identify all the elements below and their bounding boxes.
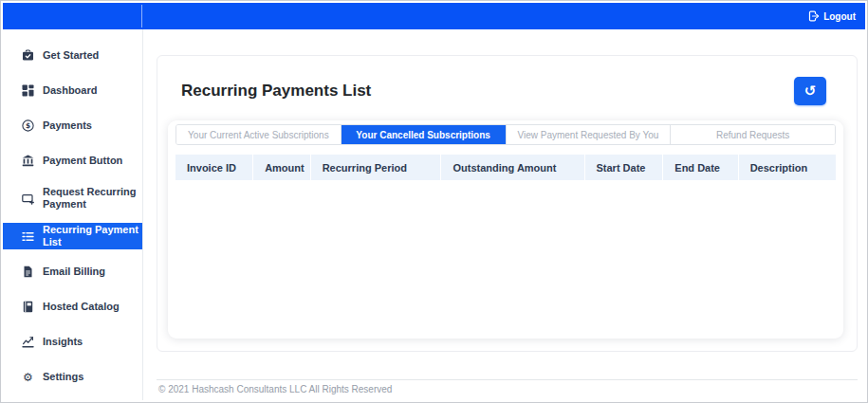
sidebar-item-label: Dashboard xyxy=(43,84,97,97)
column-header-outstanding-amount: Outstanding Amount xyxy=(441,155,584,180)
column-header-invoice-id: Invoice ID xyxy=(175,155,253,180)
column-header-end-date: End Date xyxy=(663,155,738,180)
briefcase-check-icon xyxy=(22,49,34,62)
sidebar: Get Started Dashboard xyxy=(3,29,143,400)
recurring-payments-panel: Recurring Payments List ↺ Your Current A… xyxy=(157,55,858,352)
chart-icon xyxy=(22,336,34,348)
sidebar-item-payments[interactable]: $ Payments xyxy=(3,108,142,143)
sidebar-item-label: Insights xyxy=(43,336,83,348)
tab-current-active-subscriptions[interactable]: Your Current Active Subscriptions xyxy=(176,125,342,144)
topbar: Logout xyxy=(3,3,865,29)
sidebar-item-hosted-catalog[interactable]: Hosted Catalog xyxy=(3,289,142,324)
sidebar-item-settings[interactable]: ⚙ Settings xyxy=(3,359,142,394)
app-window: Logout Get Started xyxy=(0,0,868,403)
sidebar-item-label: Payment Button xyxy=(43,155,122,167)
topbar-divider xyxy=(141,5,142,27)
recurring-payments-table: Invoice ID Amount Recurring Period Outst… xyxy=(175,155,836,339)
subscriptions-card: Your Current Active Subscriptions Your C… xyxy=(168,120,843,339)
sidebar-item-label: Hosted Catalog xyxy=(43,301,120,313)
gear-icon: ⚙ xyxy=(22,371,34,383)
svg-text:$: $ xyxy=(26,121,30,130)
column-header-recurring-period: Recurring Period xyxy=(311,155,442,180)
book-icon xyxy=(22,301,34,313)
page-title: Recurring Payments List xyxy=(181,82,371,101)
list-icon xyxy=(22,230,34,243)
history-icon: ↺ xyxy=(804,84,817,99)
sidebar-item-label: Email Billing xyxy=(43,266,105,278)
tab-refund-requests[interactable]: Refund Requests xyxy=(671,125,835,144)
sidebar-item-email-billing[interactable]: Email Billing xyxy=(3,254,142,289)
tab-cancelled-subscriptions[interactable]: Your Cancelled Subscriptions xyxy=(342,125,507,144)
sidebar-item-get-started[interactable]: Get Started xyxy=(3,38,142,73)
column-header-amount: Amount xyxy=(253,155,311,180)
sidebar-item-label: Settings xyxy=(43,371,83,383)
sidebar-item-label: Get Started xyxy=(43,49,99,62)
column-header-start-date: Start Date xyxy=(585,155,664,180)
column-header-description: Description xyxy=(739,155,836,180)
dollar-circle-icon: $ xyxy=(22,119,34,132)
table-empty-body xyxy=(175,180,836,339)
sidebar-item-request-recurring-payment[interactable]: Request Recurring Payment xyxy=(3,178,142,218)
logout-button[interactable]: Logout xyxy=(808,10,856,22)
document-icon xyxy=(22,266,34,278)
sidebar-item-recurring-payment-list[interactable]: Recurring Payment List xyxy=(3,223,142,249)
sidebar-item-label: Recurring Payment List xyxy=(43,224,142,247)
card-plus-icon xyxy=(22,192,34,205)
logout-label: Logout xyxy=(823,11,856,22)
tab-view-payment-requested[interactable]: View Payment Requested By You xyxy=(507,125,672,144)
subscription-tabs: Your Current Active Subscriptions Your C… xyxy=(175,124,836,145)
sidebar-item-payment-button[interactable]: Payment Button xyxy=(3,143,142,178)
main-content: Recurring Payments List ↺ Your Current A… xyxy=(143,29,865,400)
bank-icon xyxy=(22,155,34,167)
logout-icon xyxy=(808,10,820,22)
refresh-history-button[interactable]: ↺ xyxy=(794,77,826,105)
sidebar-item-label: Payments xyxy=(43,119,92,132)
grid-icon xyxy=(22,84,34,97)
table-header-row: Invoice ID Amount Recurring Period Outst… xyxy=(175,155,836,180)
copyright-footer: © 2021 Hashcash Consultants LLC All Righ… xyxy=(157,379,858,400)
sidebar-item-dashboard[interactable]: Dashboard xyxy=(3,73,142,108)
sidebar-item-label: Request Recurring Payment xyxy=(43,186,142,210)
sidebar-item-insights[interactable]: Insights xyxy=(3,324,142,359)
